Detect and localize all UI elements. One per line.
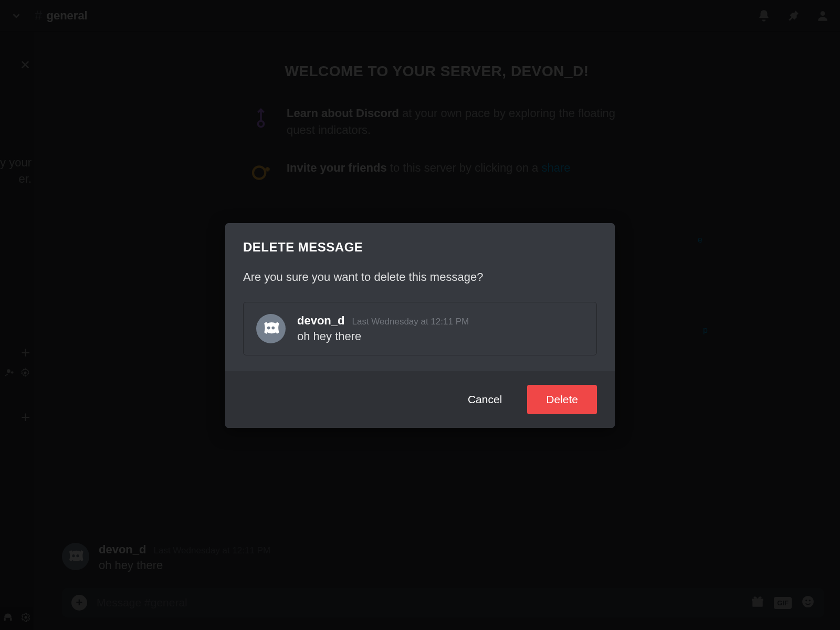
delete-message-modal: DELETE MESSAGE Are you sure you want to …: [225, 223, 615, 428]
modal-question: Are you sure you want to delete this mes…: [243, 270, 597, 284]
preview-timestamp: Last Wednesday at 12:11 PM: [352, 317, 469, 327]
modal-title: DELETE MESSAGE: [243, 240, 597, 255]
preview-content: oh hey there: [297, 330, 469, 343]
modal-overlay[interactable]: DELETE MESSAGE Are you sure you want to …: [0, 0, 840, 630]
preview-author: devon_d: [297, 314, 344, 328]
cancel-button[interactable]: Cancel: [457, 386, 512, 413]
avatar: [256, 314, 286, 343]
delete-button[interactable]: Delete: [527, 385, 597, 414]
message-preview: devon_d Last Wednesday at 12:11 PM oh he…: [243, 302, 597, 355]
